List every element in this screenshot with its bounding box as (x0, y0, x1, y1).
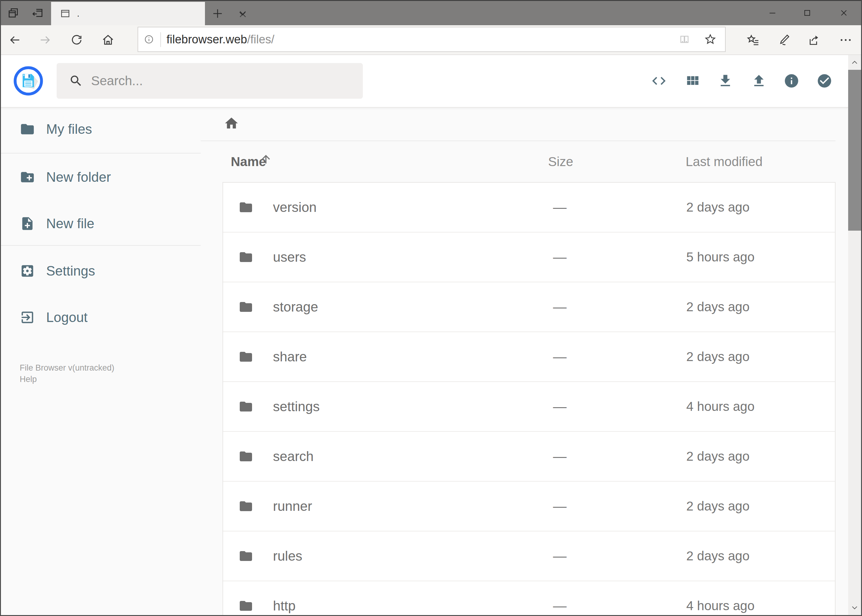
sidebar-item-my-files[interactable]: My files (0, 112, 201, 146)
settings-ellipsis-icon[interactable] (838, 33, 853, 47)
file-size: — (553, 598, 567, 614)
grid-view-icon[interactable] (684, 73, 700, 89)
file-browser-logo[interactable] (13, 66, 43, 96)
file-modified: 2 days ago (686, 548, 750, 563)
file-modified: 2 days ago (686, 449, 750, 464)
file-modified: 2 days ago (686, 300, 750, 314)
file-size: — (553, 200, 567, 215)
url-host: filebrowser.web (167, 33, 247, 46)
credits-version: File Browser v(untracked) (20, 362, 115, 374)
add-favorite-star-icon[interactable] (704, 33, 717, 46)
file-row[interactable]: share—2 days ago (223, 332, 835, 382)
file-row[interactable]: runner—2 days ago (223, 482, 835, 531)
maximize-button[interactable] (803, 9, 812, 17)
file-name: runner (273, 498, 312, 514)
file-name: search (273, 449, 314, 464)
folder-icon (238, 548, 253, 563)
file-name: storage (273, 299, 318, 314)
breadcrumb-home-icon[interactable] (224, 116, 239, 131)
url-text: filebrowser.web/files/ (167, 27, 274, 51)
sidebar-divider (0, 153, 201, 154)
app-header (0, 55, 848, 108)
file-row[interactable]: settings—4 hours ago (223, 382, 835, 432)
browser-tab-bar: . (0, 0, 862, 25)
window-border-top (0, 0, 862, 1)
note-add-icon (20, 216, 35, 231)
page-icon (60, 8, 71, 19)
tab-list-chevron-icon[interactable] (237, 8, 248, 19)
file-size: — (553, 548, 567, 564)
download-icon[interactable] (717, 73, 733, 89)
address-field[interactable]: filebrowser.web/files/ (137, 27, 726, 52)
info-icon[interactable] (783, 73, 799, 89)
file-name: rules (273, 548, 302, 564)
window-border-left (0, 0, 1, 616)
web-note-pen-icon[interactable] (777, 33, 791, 47)
file-list: version—2 days agousers—5 hours agostora… (222, 182, 835, 615)
chevron-up-icon (850, 58, 859, 67)
file-name: users (273, 250, 306, 265)
tab-preview-icon[interactable] (7, 7, 19, 19)
settings-gear-icon (20, 263, 35, 279)
select-check-icon[interactable] (816, 73, 832, 89)
upload-icon[interactable] (751, 73, 767, 89)
browser-window: . (0, 0, 862, 616)
address-bar: filebrowser.web/files/ (0, 25, 862, 55)
search-input[interactable] (90, 73, 326, 89)
file-modified: 2 days ago (686, 349, 750, 364)
scrollbar-thumb[interactable] (848, 70, 861, 231)
sidebar-item-new-file[interactable]: New file (0, 207, 201, 240)
file-row[interactable]: http—4 hours ago (223, 581, 835, 615)
sidebar-item-logout[interactable]: Logout (0, 300, 201, 334)
file-row[interactable]: users—5 hours ago (223, 233, 835, 282)
browser-tab[interactable]: . (51, 2, 205, 25)
forward-icon[interactable] (38, 33, 52, 47)
chevron-down-icon (850, 603, 859, 612)
sidebar-item-settings[interactable]: Settings (0, 254, 201, 288)
create-new-folder-icon (20, 170, 35, 185)
file-size: — (553, 299, 567, 314)
main-content: Name Size Last modified version—2 days a… (201, 108, 848, 615)
column-header-size[interactable]: Size (548, 154, 573, 169)
search-bar[interactable] (57, 63, 363, 99)
new-tab-icon[interactable] (211, 7, 224, 20)
minimize-button[interactable] (768, 9, 777, 17)
back-icon[interactable] (8, 33, 22, 47)
search-icon (69, 74, 83, 88)
file-row[interactable]: search—2 days ago (223, 432, 835, 482)
reading-view-icon[interactable] (679, 33, 690, 45)
sidebar-item-new-folder[interactable]: New folder (0, 160, 201, 194)
set-tabs-aside-icon[interactable] (32, 7, 44, 19)
file-row[interactable]: version—2 days ago (223, 183, 835, 233)
file-row[interactable]: storage—2 days ago (223, 282, 835, 332)
sidebar-credits: File Browser v(untracked) Help (20, 362, 115, 385)
scroll-up-button[interactable] (848, 55, 861, 70)
column-header-modified[interactable]: Last modified (686, 154, 763, 169)
sort-ascending-icon[interactable] (259, 152, 273, 166)
file-name: share (273, 349, 307, 365)
home-icon[interactable] (101, 33, 115, 47)
close-button[interactable] (840, 9, 848, 17)
sidebar-item-label: Settings (46, 263, 95, 279)
sidebar-item-label: New file (46, 216, 95, 231)
url-path: /files/ (247, 33, 274, 46)
credits-help-link[interactable]: Help (20, 374, 115, 385)
folder-icon (238, 250, 253, 264)
page-info-icon[interactable] (144, 34, 154, 45)
exit-to-app-icon (20, 310, 35, 325)
refresh-icon[interactable] (70, 33, 84, 47)
hub-favorites-icon[interactable] (746, 33, 760, 47)
folder-icon (238, 499, 253, 514)
file-name: http (273, 598, 295, 614)
file-size: — (553, 498, 567, 514)
scroll-down-button[interactable] (848, 600, 861, 615)
code-shell-icon[interactable] (651, 73, 667, 89)
share-icon[interactable] (806, 33, 821, 47)
folder-icon (238, 200, 253, 215)
file-row[interactable]: rules—2 days ago (223, 531, 835, 581)
vertical-scrollbar[interactable] (848, 55, 861, 615)
folder-icon (238, 399, 253, 414)
file-modified: 2 days ago (686, 200, 750, 215)
sidebar-divider (0, 245, 201, 246)
folder-icon (238, 599, 253, 613)
